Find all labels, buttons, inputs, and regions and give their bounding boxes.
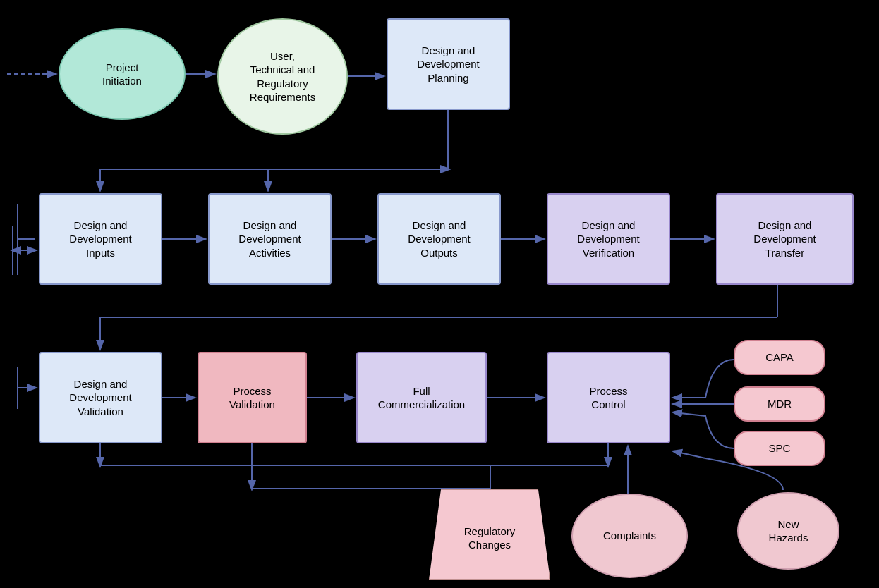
capa-label: CAPA: [765, 350, 794, 365]
spc-node: SPC: [734, 431, 825, 466]
design-dev-planning-node: Design and Development Planning: [387, 18, 510, 110]
design-dev-validation-node: Design and Development Validation: [39, 352, 162, 443]
design-dev-transfer-node: Design and Development Transfer: [716, 193, 854, 285]
regulatory-changes-node: Regulatory Changes: [429, 489, 550, 580]
process-validation-label: Process Validation: [229, 384, 275, 412]
design-dev-verification-label: Design and Development Verification: [577, 219, 639, 260]
process-control-label: Process Control: [589, 384, 627, 412]
design-dev-inputs-label: Design and Development Inputs: [69, 219, 131, 260]
capa-node: CAPA: [734, 340, 825, 375]
diagram: Project Initiation User, Technical and R…: [0, 0, 879, 588]
complaints-node: Complaints: [571, 494, 688, 578]
design-dev-outputs-label: Design and Development Outputs: [408, 219, 470, 260]
design-dev-validation-label: Design and Development Validation: [69, 377, 131, 419]
design-dev-activities-node: Design and Development Activities: [208, 193, 332, 285]
mdr-label: MDR: [768, 397, 792, 411]
user-tech-reg-label: User, Technical and Regulatory Requireme…: [250, 49, 315, 104]
design-dev-transfer-label: Design and Development Transfer: [753, 219, 816, 260]
mdr-node: MDR: [734, 386, 825, 422]
full-commercialization-label: Full Commercialization: [378, 384, 465, 412]
process-validation-node: Process Validation: [198, 352, 307, 443]
design-dev-activities-label: Design and Development Activities: [238, 219, 301, 260]
spc-label: SPC: [769, 441, 791, 455]
regulatory-changes-label: Regulatory Changes: [464, 517, 516, 552]
design-dev-outputs-node: Design and Development Outputs: [377, 193, 501, 285]
complaints-label: Complaints: [603, 529, 656, 543]
design-dev-verification-node: Design and Development Verification: [547, 193, 670, 285]
new-hazards-label: New Hazards: [769, 517, 808, 545]
user-tech-reg-node: User, Technical and Regulatory Requireme…: [217, 18, 348, 135]
full-commercialization-node: Full Commercialization: [356, 352, 487, 443]
process-control-node: Process Control: [547, 352, 670, 443]
project-initiation-label: Project Initiation: [102, 61, 142, 88]
new-hazards-node: New Hazards: [737, 492, 839, 570]
project-initiation-node: Project Initiation: [59, 28, 186, 120]
design-dev-planning-label: Design and Development Planning: [417, 44, 479, 85]
design-dev-inputs-node: Design and Development Inputs: [39, 193, 162, 285]
